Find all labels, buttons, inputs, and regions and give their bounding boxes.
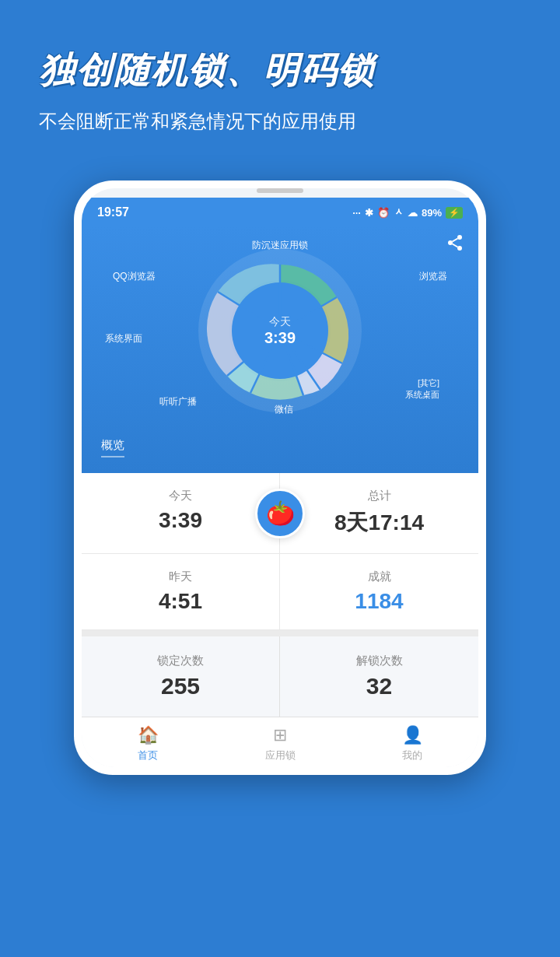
header-area: 独创随机锁、明码锁 不会阻断正常和紧急情况下的应用使用: [0, 0, 560, 181]
yesterday-cell: 昨天 4:51: [82, 554, 280, 629]
alarm-icon: ⏰: [377, 207, 390, 219]
label-desktop: 系统桌面: [405, 389, 439, 401]
donut-center: 今天 3:39: [264, 315, 296, 347]
today-label: 今天: [105, 489, 256, 503]
chart-container: 防沉迷应用锁 QQ浏览器 浏览器 系统界面 [其它] 系统桌面: [97, 237, 463, 424]
status-icons: ··· ✱ ⏰ ᆺ ☁ 89% ⚡: [352, 205, 463, 219]
phone-speaker: [257, 188, 303, 193]
achieve-label: 成就: [303, 570, 455, 584]
label-other: [其它]: [405, 377, 439, 389]
app-blue-section: 防沉迷应用锁 QQ浏览器 浏览器 系统界面 [其它] 系统桌面: [82, 226, 478, 473]
nav-mine[interactable]: 👤 我的: [346, 725, 478, 762]
home-label: 首页: [138, 748, 158, 762]
label-qq: QQ浏览器: [113, 271, 156, 282]
bottom-nav: 🏠 首页 ⊞ 应用锁 👤 我的: [82, 717, 478, 767]
nav-home[interactable]: 🏠 首页: [82, 725, 214, 762]
main-title: 独创随机锁、明码锁: [39, 47, 521, 95]
label-listen: 听听广播: [159, 396, 197, 407]
today-cell: 今天 3:39: [82, 473, 280, 553]
chart-center-time: 3:39: [264, 329, 296, 347]
tomato-icon: 🍅: [266, 500, 295, 527]
yesterday-label: 昨天: [105, 570, 256, 584]
unlock-count-label: 解锁次数: [303, 654, 455, 668]
lock-stats-section: 锁定次数 255 解锁次数 32: [82, 630, 478, 717]
achieve-cell: 成就 1184: [280, 554, 478, 629]
unlock-count-value: 32: [303, 673, 455, 699]
stats-top-grid: 今天 3:39 总计 8天17:14 🍅: [82, 473, 478, 554]
lock-count-cell: 锁定次数 255: [82, 636, 280, 717]
signal-icon: ᆺ: [394, 205, 404, 219]
bluetooth-icon2: ✱: [365, 207, 373, 219]
phone-inner: 19:57 ··· ✱ ⏰ ᆺ ☁ 89% ⚡: [82, 188, 478, 767]
phone-mockup: 19:57 ··· ✱ ⏰ ᆺ ☁ 89% ⚡: [74, 181, 486, 775]
main-subtitle: 不会阻断正常和紧急情况下的应用使用: [39, 109, 521, 134]
donut-chart: 今天 3:39: [194, 245, 366, 416]
today-value: 3:39: [105, 508, 256, 533]
lock-count-value: 255: [105, 673, 256, 699]
apps-label: 应用锁: [265, 748, 296, 762]
unlock-count-cell: 解锁次数 32: [280, 636, 478, 717]
tomato-button[interactable]: 🍅: [255, 489, 305, 538]
mine-label: 我的: [402, 748, 422, 762]
apps-icon: ⊞: [273, 725, 287, 745]
status-time: 19:57: [97, 205, 129, 219]
label-browser: 浏览器: [419, 271, 447, 282]
battery-label: 89%: [422, 207, 442, 219]
home-icon: 🏠: [138, 725, 159, 745]
lock-count-label: 锁定次数: [105, 654, 256, 668]
stats-section: 今天 3:39 总计 8天17:14 🍅 昨天 4:51: [82, 473, 478, 630]
label-system: 系统界面: [105, 333, 142, 344]
mine-icon: 👤: [402, 725, 423, 745]
total-cell: 总计 8天17:14: [280, 473, 478, 553]
achieve-value: 1184: [303, 589, 455, 614]
yesterday-value: 4:51: [105, 589, 256, 614]
battery-icon: ⚡: [446, 207, 463, 219]
lock-stats-grid: 锁定次数 255 解锁次数 32: [82, 636, 478, 717]
overview-tab-label: 概览: [101, 432, 124, 457]
total-value: 8天17:14: [303, 508, 455, 538]
nav-apps[interactable]: ⊞ 应用锁: [214, 725, 346, 762]
stats-bottom-grid: 昨天 4:51 成就 1184: [82, 554, 478, 630]
wifi-icon: ☁: [408, 207, 418, 219]
bluetooth-icon: ···: [352, 207, 361, 219]
total-label: 总计: [303, 489, 455, 503]
overview-tab[interactable]: 概览: [97, 432, 463, 457]
chart-center-label: 今天: [264, 315, 296, 329]
status-bar: 19:57 ··· ✱ ⏰ ᆺ ☁ 89% ⚡: [82, 198, 478, 226]
